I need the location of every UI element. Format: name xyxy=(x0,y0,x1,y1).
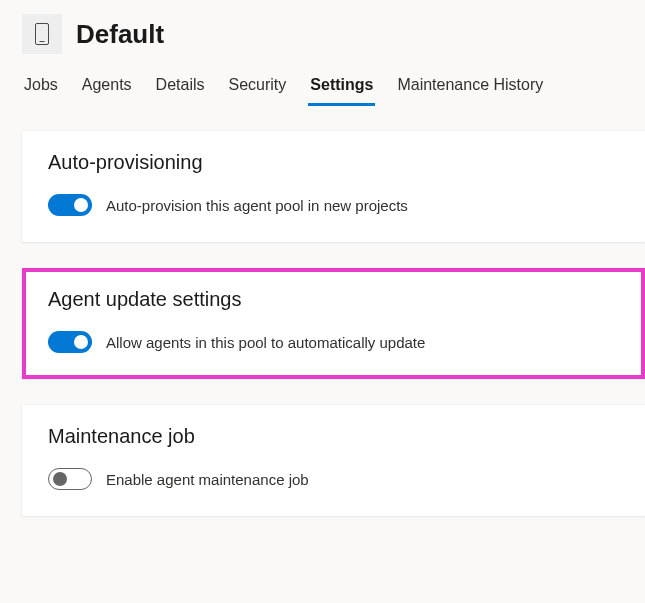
tab-settings[interactable]: Settings xyxy=(308,70,375,106)
tab-jobs[interactable]: Jobs xyxy=(22,70,60,106)
maintenance-job-toggle-label: Enable agent maintenance job xyxy=(106,471,309,488)
toggle-knob xyxy=(74,198,88,212)
tab-bar: Jobs Agents Details Security Settings Ma… xyxy=(0,64,645,107)
agent-update-toggle-row: Allow agents in this pool to automatical… xyxy=(48,331,619,353)
tab-maintenance-history[interactable]: Maintenance History xyxy=(395,70,545,106)
content-area: Auto-provisioning Auto-provision this ag… xyxy=(0,107,645,516)
agent-update-card: Agent update settings Allow agents in th… xyxy=(22,268,645,379)
agent-update-toggle[interactable] xyxy=(48,331,92,353)
maintenance-job-toggle[interactable] xyxy=(48,468,92,490)
agent-update-title: Agent update settings xyxy=(48,288,619,311)
maintenance-job-card: Maintenance job Enable agent maintenance… xyxy=(22,405,645,516)
tab-details[interactable]: Details xyxy=(154,70,207,106)
auto-provisioning-toggle[interactable] xyxy=(48,194,92,216)
device-icon xyxy=(35,23,49,45)
pool-icon-box xyxy=(22,14,62,54)
agent-update-toggle-label: Allow agents in this pool to automatical… xyxy=(106,334,425,351)
auto-provisioning-title: Auto-provisioning xyxy=(48,151,619,174)
toggle-knob xyxy=(53,472,67,486)
page-title: Default xyxy=(76,19,164,50)
auto-provisioning-card: Auto-provisioning Auto-provision this ag… xyxy=(22,131,645,242)
maintenance-job-toggle-row: Enable agent maintenance job xyxy=(48,468,619,490)
tab-security[interactable]: Security xyxy=(227,70,289,106)
page-header: Default xyxy=(0,0,645,64)
auto-provisioning-toggle-row: Auto-provision this agent pool in new pr… xyxy=(48,194,619,216)
maintenance-job-title: Maintenance job xyxy=(48,425,619,448)
auto-provisioning-toggle-label: Auto-provision this agent pool in new pr… xyxy=(106,197,408,214)
tab-agents[interactable]: Agents xyxy=(80,70,134,106)
toggle-knob xyxy=(74,335,88,349)
